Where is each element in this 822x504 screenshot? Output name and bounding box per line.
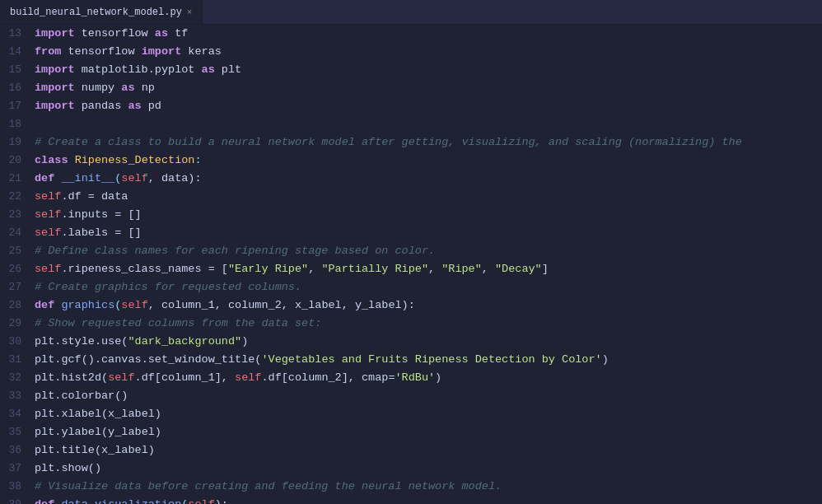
token-plain: numpy bbox=[75, 82, 122, 94]
token-cls: Ripeness_Detection bbox=[75, 154, 195, 166]
token-kw: import bbox=[142, 45, 182, 58]
token-plain: .show() bbox=[54, 462, 101, 474]
token-plain: .xlabel(x_label) bbox=[54, 408, 161, 420]
token-method: data_visualization bbox=[61, 498, 181, 504]
code-line: 20class Ripeness_Detection: bbox=[0, 152, 822, 170]
code-line: 19# Create a class to build a neural net… bbox=[0, 133, 822, 152]
line-number: 34 bbox=[0, 405, 35, 423]
token-string: "Early Ripe" bbox=[228, 263, 308, 275]
line-number: 31 bbox=[0, 351, 35, 369]
token-plain: .labels = [] bbox=[61, 226, 141, 239]
line-content: self.df = data bbox=[35, 188, 822, 206]
token-string: "dark_background" bbox=[128, 335, 241, 348]
code-line: 39 def data_visualization(self): bbox=[0, 496, 822, 504]
token-comment: # Visualize data before creating and fee… bbox=[35, 480, 502, 492]
token-plain: ] bbox=[542, 263, 549, 275]
line-content: import tensorflow as tf bbox=[35, 25, 822, 43]
line-number: 28 bbox=[0, 296, 35, 315]
line-number: 38 bbox=[0, 478, 35, 496]
line-content: self.labels = [] bbox=[35, 224, 822, 242]
token-punc: : bbox=[194, 154, 201, 166]
token-plain: .df[column_1], bbox=[135, 371, 236, 384]
code-line: 38 # Visualize data before creating and … bbox=[0, 478, 822, 496]
line-number: 15 bbox=[0, 61, 35, 79]
line-number: 32 bbox=[0, 369, 35, 387]
token-kw: class bbox=[35, 154, 68, 166]
token-comment: # Define class names for each ripening s… bbox=[35, 245, 435, 257]
code-line: 25 # Define class names for each ripenin… bbox=[0, 242, 822, 260]
line-content: # Create graphics for requested columns. bbox=[35, 278, 822, 296]
code-line: 15import matplotlib.pyplot as plt bbox=[0, 61, 822, 79]
token-plain: .ripeness_class_names = [ bbox=[61, 263, 228, 275]
file-tab[interactable]: build_neural_network_model.py × bbox=[0, 0, 203, 24]
code-line: 27 # Create graphics for requested colum… bbox=[0, 278, 822, 296]
token-plain: plt bbox=[35, 390, 54, 402]
token-kw: as bbox=[155, 27, 168, 40]
code-line: 35 plt.ylabel(y_label) bbox=[0, 423, 822, 441]
code-container: 13import tensorflow as tf14from tensorfl… bbox=[0, 25, 822, 504]
token-self-kw: self bbox=[235, 371, 261, 384]
code-line: 29 # Show requested columns from the dat… bbox=[0, 315, 822, 333]
line-number: 30 bbox=[0, 333, 35, 351]
token-plain: .inputs = [] bbox=[61, 208, 141, 221]
token-plain: plt bbox=[35, 335, 54, 348]
code-line: 36 plt.title(x_label) bbox=[0, 441, 822, 460]
token-string: "Decay" bbox=[495, 263, 542, 275]
token-plain: .ylabel(y_label) bbox=[54, 426, 161, 438]
token-kw: import bbox=[35, 100, 75, 112]
token-string: "Ripe" bbox=[441, 263, 482, 275]
line-content: def graphics(self, column_1, column_2, x… bbox=[35, 296, 822, 315]
line-content: # Show requested columns from the data s… bbox=[35, 315, 822, 333]
token-plain: tf bbox=[168, 27, 188, 40]
token-plain: plt bbox=[35, 371, 54, 384]
code-line: 22 self.df = data bbox=[0, 188, 822, 206]
token-plain: np bbox=[135, 82, 155, 94]
line-content: def data_visualization(self): bbox=[35, 496, 822, 504]
line-content: import pandas as pd bbox=[35, 97, 822, 115]
token-plain: ) bbox=[435, 371, 441, 384]
token-plain: plt bbox=[35, 408, 54, 420]
token-self-kw: self bbox=[35, 190, 61, 203]
token-plain: pandas bbox=[75, 100, 128, 112]
code-line: 26 self.ripeness_class_names = ["Early R… bbox=[0, 260, 822, 278]
line-content: plt.xlabel(x_label) bbox=[35, 405, 822, 423]
line-content: plt.show() bbox=[35, 460, 822, 478]
token-plain: plt bbox=[35, 353, 54, 366]
line-content: from tensorflow import keras bbox=[35, 43, 822, 61]
token-string: "Partially Ripe" bbox=[321, 263, 428, 275]
token-plain: .colorbar() bbox=[54, 390, 128, 402]
line-content: plt.ylabel(y_label) bbox=[35, 423, 822, 441]
token-kw: as bbox=[202, 63, 215, 76]
line-number: 29 bbox=[0, 315, 35, 333]
code-line: 16import numpy as np bbox=[0, 79, 822, 97]
line-content: self.ripeness_class_names = ["Early Ripe… bbox=[35, 260, 822, 278]
token-string: 'Vegetables and Fruits Ripeness Detectio… bbox=[261, 353, 601, 366]
token-method: graphics bbox=[61, 299, 114, 311]
code-line: 24 self.labels = [] bbox=[0, 224, 822, 242]
token-kw: from bbox=[35, 45, 61, 58]
token-plain: tensorflow bbox=[61, 45, 141, 58]
token-string: 'RdBu' bbox=[395, 371, 436, 384]
token-comment: # Create graphics for requested columns. bbox=[35, 281, 301, 293]
token-self-kw: self bbox=[121, 172, 147, 184]
line-content: plt.title(x_label) bbox=[35, 441, 822, 460]
code-line: 34 plt.xlabel(x_label) bbox=[0, 405, 822, 423]
line-number: 14 bbox=[0, 43, 35, 61]
line-number: 22 bbox=[0, 188, 35, 206]
code-line: 32 plt.hist2d(self.df[column_1], self.df… bbox=[0, 369, 822, 387]
token-plain: ): bbox=[215, 498, 228, 504]
code-line: 30 plt.style.use("dark_background") bbox=[0, 333, 822, 351]
line-number: 13 bbox=[0, 25, 35, 43]
token-plain: pd bbox=[142, 100, 161, 112]
code-line: 37 plt.show() bbox=[0, 460, 822, 478]
line-number: 18 bbox=[0, 115, 35, 133]
token-plain: .df = data bbox=[61, 190, 128, 203]
token-plain: , bbox=[308, 263, 321, 275]
line-content: class Ripeness_Detection: bbox=[35, 152, 822, 170]
close-icon[interactable]: × bbox=[187, 7, 193, 17]
token-plain: , column_1, column_2, x_label, y_label): bbox=[148, 299, 415, 311]
token-plain: .gcf().canvas.set_window_title( bbox=[54, 353, 261, 366]
token-method: __init__ bbox=[61, 172, 114, 184]
line-number: 19 bbox=[0, 133, 35, 152]
tab-filename: build_neural_network_model.py bbox=[10, 7, 182, 18]
